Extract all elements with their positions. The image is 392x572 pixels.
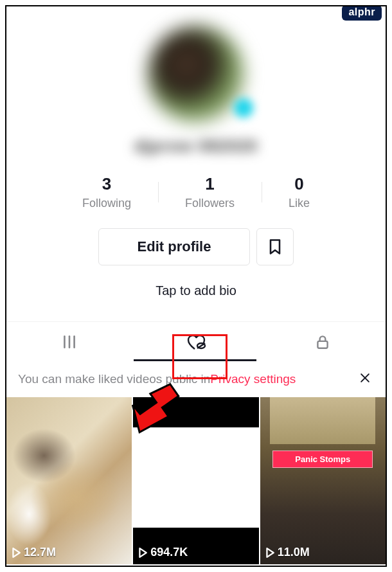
bookmark-button[interactable]	[256, 228, 294, 265]
video-thumbnail[interactable]: 12.7M	[6, 397, 132, 564]
following-label: Following	[82, 197, 131, 210]
bio-placeholder[interactable]: Tap to add bio	[156, 283, 236, 298]
video-thumbnail[interactable]	[6, 566, 132, 567]
likes-label: Like	[289, 197, 310, 210]
profile-actions: Edit profile	[98, 228, 294, 265]
play-icon	[265, 548, 274, 558]
view-count-value: 694.7K	[150, 546, 188, 559]
view-count: 12.7M	[12, 546, 56, 559]
following-count: 3	[102, 174, 111, 194]
heart-hidden-icon	[184, 332, 208, 352]
privacy-banner: You can make liked videos public in Priv…	[6, 361, 386, 397]
grid-icon	[60, 334, 78, 350]
privacy-settings-link[interactable]: Privacy settings	[210, 372, 296, 386]
tab-videos[interactable]	[6, 322, 133, 361]
stat-followers[interactable]: 1 Followers	[158, 174, 262, 210]
video-thumbnail[interactable]: Panic Stomps 11.0M	[260, 397, 386, 564]
view-count: 11.0M	[265, 546, 310, 559]
online-badge	[234, 98, 253, 118]
tab-liked[interactable]	[133, 322, 260, 361]
view-count: 694.7K	[138, 546, 188, 559]
play-icon	[12, 548, 21, 558]
stat-following[interactable]: 3 Following	[55, 174, 158, 210]
username: djprow 082020	[134, 136, 258, 156]
video-thumbnail[interactable]: 694.7K	[133, 397, 258, 564]
svg-rect-5	[317, 341, 327, 348]
banner-close-button[interactable]	[356, 370, 374, 388]
active-tab-indicator	[134, 359, 257, 361]
close-icon	[359, 371, 371, 384]
tab-private[interactable]	[259, 322, 386, 361]
likes-count: 0	[294, 174, 303, 194]
avatar[interactable]	[148, 26, 244, 122]
view-count-value: 12.7M	[24, 546, 56, 559]
content-tabs	[6, 321, 386, 361]
followers-count: 1	[205, 174, 214, 194]
watermark-badge: alphr	[342, 5, 382, 21]
video-thumbnail[interactable]	[260, 566, 386, 567]
profile-header: djprow 082020 3 Following 1 Followers 0 …	[6, 6, 386, 298]
bookmark-icon	[266, 238, 284, 256]
privacy-banner-text: You can make liked videos public in	[18, 372, 210, 386]
stat-likes[interactable]: 0 Like	[262, 174, 337, 210]
play-icon	[138, 548, 147, 558]
edit-profile-button[interactable]: Edit profile	[98, 228, 251, 265]
stats-row: 3 Following 1 Followers 0 Like	[6, 174, 386, 210]
video-thumbnail[interactable]	[133, 566, 258, 567]
view-count-value: 11.0M	[278, 546, 310, 559]
lock-icon	[314, 333, 331, 351]
video-overlay-label: Panic Stomps	[272, 451, 373, 468]
followers-label: Followers	[185, 197, 235, 210]
liked-videos-grid: 12.7M 694.7K Panic Stomps 11.0M	[6, 397, 386, 567]
